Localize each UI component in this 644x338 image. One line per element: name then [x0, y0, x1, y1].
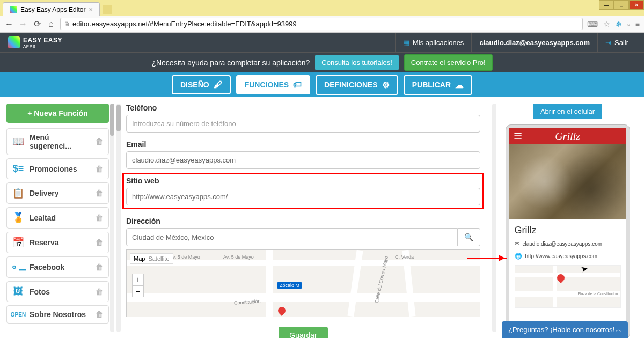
browser-tab[interactable]: Easy Easy Apps Editor × [3, 2, 100, 16]
open-in-phone-button[interactable]: Abrir en el celular [533, 104, 602, 119]
trash-icon[interactable]: 🗑 [96, 189, 103, 197]
badge-icon: 🏅 [12, 212, 24, 224]
trash-icon[interactable]: 🗑 [96, 137, 103, 146]
dollar-icon: $≡ [12, 163, 24, 174]
brand-sub: APPS [23, 44, 62, 49]
sidebar-item-about[interactable]: OPENSobre Nosotros🗑 [6, 305, 109, 324]
sidebar-item-delivery[interactable]: 📋Delivery🗑 [6, 182, 109, 204]
bookmark-icon[interactable]: ☆ [603, 20, 610, 28]
sitio-input[interactable] [126, 188, 480, 205]
tab-title: Easy Easy Apps Editor [20, 6, 85, 13]
phone-website-row[interactable]: 🌐 http://www.easyeasyapps.com [515, 253, 621, 260]
trash-icon[interactable]: 🗑 [96, 310, 103, 319]
trash-icon[interactable]: 🗑 [96, 238, 103, 247]
logout-label: Salir [614, 39, 628, 47]
telefono-label: Teléfono [126, 104, 480, 112]
grid-icon: ▦ [403, 39, 409, 47]
image-icon: 🖼 [12, 286, 24, 297]
logout-link[interactable]: ⇥ Salir [597, 33, 636, 52]
keyboard-icon[interactable]: ⌨ [587, 20, 598, 28]
email-input[interactable] [126, 151, 480, 169]
sidebar-item-menu[interactable]: 📖Menú sugerenci...🗑 [6, 128, 109, 155]
user-email-text: claudio.diaz@easyeasyapps.com [479, 39, 590, 47]
phone-frame: ☰ Grillz Grillz ✉ claudio.diaz@easyeasya… [506, 124, 630, 338]
tab-publicar[interactable]: PUBLICAR ☁ [404, 75, 472, 95]
sidebar-item-facebook[interactable]: ⚬⚊Facebook🗑 [6, 256, 109, 278]
direccion-input[interactable] [126, 228, 458, 246]
form-panel: Teléfono Email Sitio web Dirección 🔍 [115, 97, 491, 338]
new-function-button[interactable]: + Nueva Función [6, 104, 109, 123]
open-icon: OPEN [12, 312, 24, 318]
help-bar: ¿Necesita ayuda para completar su aplica… [0, 52, 644, 72]
envelope-icon: ✉ [515, 240, 519, 247]
preview-panel: Abrir en el celular ☰ Grillz Grillz ✉ cl… [491, 97, 644, 338]
brush-icon: 🖌 [214, 80, 222, 90]
hamburger-icon[interactable]: ☰ [514, 130, 522, 142]
home-button[interactable]: ⌂ [46, 19, 56, 29]
form-scrollbar[interactable] [116, 104, 121, 332]
sidebar-item-promociones[interactable]: $≡Promociones🗑 [6, 158, 109, 179]
new-tab-button[interactable] [103, 5, 112, 14]
pro-service-button[interactable]: Contrate el servicio Pro! [404, 54, 493, 71]
map-pin-icon [276, 305, 287, 316]
address-bar: ← → ⟳ ⌂ 🗎 editor.easyeasyapps.net/#MenuE… [0, 16, 644, 32]
phone-map[interactable]: Plaza de la Constitucion [515, 265, 621, 308]
trash-icon[interactable]: 🗑 [96, 165, 103, 173]
tab-close-icon[interactable]: × [89, 5, 93, 13]
brand-name: EASY EASY [23, 36, 62, 44]
plus-icon: + [27, 109, 34, 117]
phone-email-row[interactable]: ✉ claudio.diaz@easyeasyapps.com [515, 240, 621, 247]
zoom-out-button[interactable]: − [132, 285, 144, 297]
zoom-in-button[interactable]: + [132, 274, 144, 285]
cloud-upload-icon: ☁ [455, 80, 464, 90]
maximize-button[interactable]: □ [614, 0, 629, 10]
preview-scrollbar[interactable] [492, 104, 496, 332]
new-window-icon[interactable]: ▫ [627, 20, 630, 28]
email-label: Email [126, 140, 480, 149]
menu-icon[interactable]: ≡ [635, 20, 640, 28]
map-type-toggle[interactable]: MapSatellite [130, 253, 173, 264]
trash-icon[interactable]: 🗑 [96, 288, 103, 296]
sidebar-scrollbar[interactable] [110, 104, 114, 332]
search-icon: 🔍 [464, 233, 473, 241]
sidebar-item-reserva[interactable]: 📅Reserva🗑 [6, 232, 109, 253]
tutorials-button[interactable]: Consulta los tutoriales! [315, 55, 399, 70]
phone-app-title: Grillz [555, 130, 580, 143]
map-widget[interactable]: Av. 5 de Mayo Av. 5 de Mayo Constitución… [126, 249, 480, 317]
save-button[interactable]: Guardar [279, 327, 327, 338]
clipboard-icon: 📋 [12, 187, 24, 199]
sitio-web-highlight: Sitio web [122, 173, 484, 209]
trash-icon[interactable]: 🗑 [96, 263, 103, 271]
my-apps-link[interactable]: ▦ Mis aplicaciones [395, 33, 471, 52]
forward-button[interactable]: → [18, 19, 28, 29]
search-address-button[interactable]: 🔍 [458, 228, 480, 246]
tab-funciones[interactable]: FUNCIONES 🏷 [236, 75, 310, 94]
my-apps-label: Mis aplicaciones [413, 39, 464, 47]
chevron-up-icon: ︿ [616, 326, 621, 334]
url-input[interactable]: 🗎 editor.easyeasyapps.net/#MenuEntryPlac… [60, 18, 583, 30]
sidebar-item-fotos[interactable]: 🖼Fotos🗑 [6, 281, 109, 302]
logo[interactable]: EASY EASYAPPS [8, 36, 62, 49]
extension-icon[interactable]: ❄ [616, 20, 622, 28]
trash-icon[interactable]: 🗑 [96, 214, 103, 222]
logo-icon [8, 36, 20, 48]
sitio-label: Sitio web [126, 177, 480, 185]
back-button[interactable]: ← [4, 19, 14, 29]
url-text: editor.easyeasyapps.net/#MenuEntryPlace:… [72, 20, 297, 28]
telefono-input[interactable] [126, 115, 480, 133]
phone-hero-image [509, 144, 626, 219]
share-icon: ⚬⚊ [12, 261, 24, 273]
main-tab-bar: DISEÑO 🖌 FUNCIONES 🏷 DEFINICIONES ⚙ PUBL… [0, 72, 644, 97]
user-email[interactable]: claudio.diaz@easyeasyapps.com [471, 33, 597, 52]
reload-button[interactable]: ⟳ [32, 19, 42, 29]
close-button[interactable]: ✕ [629, 0, 644, 10]
sidebar-item-lealtad[interactable]: 🏅Lealtad🗑 [6, 207, 109, 229]
tab-diseno[interactable]: DISEÑO 🖌 [172, 75, 231, 94]
phone-app-header: ☰ Grillz [509, 128, 626, 144]
chat-label: ¿Preguntas? ¡Hable con nosotros! [508, 326, 614, 334]
minimize-button[interactable]: — [599, 0, 614, 10]
tab-definiciones[interactable]: DEFINICIONES ⚙ [316, 75, 398, 95]
chat-widget[interactable]: ¿Preguntas? ¡Hable con nosotros! ︿ [502, 321, 628, 338]
annotation-arrow [467, 258, 507, 259]
globe-icon: 🌐 [515, 253, 522, 260]
